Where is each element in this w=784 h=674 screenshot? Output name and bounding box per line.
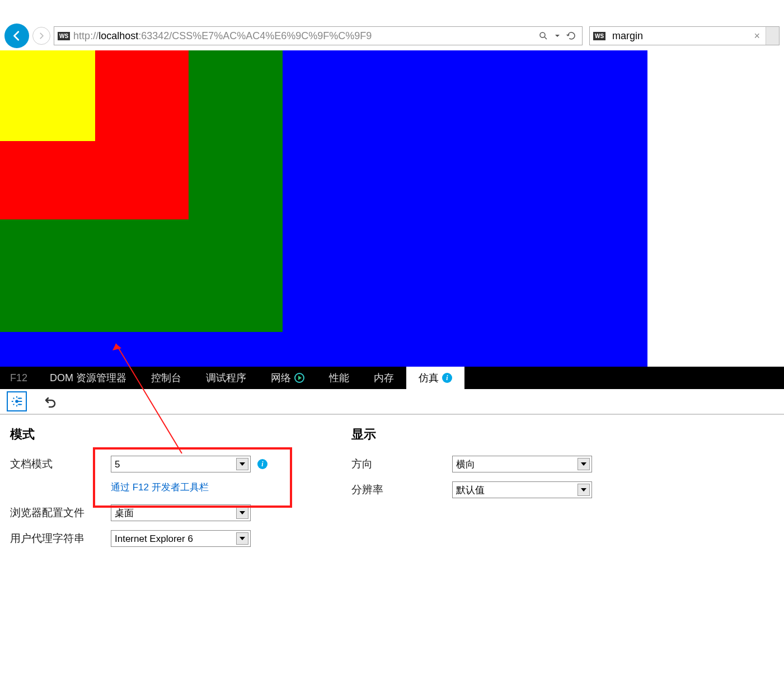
info-icon: i	[442, 373, 452, 383]
svg-line-1	[544, 37, 547, 39]
doc-mode-hint: 通过 F12 开发者工具栏	[111, 481, 267, 494]
browser-profile-label: 浏览器配置文件	[10, 505, 111, 520]
tab-emulation[interactable]: 仿真i	[406, 367, 464, 389]
info-icon[interactable]: i	[257, 459, 267, 469]
display-column: 显示 方向 横向 分辨率 默认值	[351, 426, 592, 555]
resolution-label: 分辨率	[351, 483, 452, 497]
yellow-box	[0, 50, 95, 141]
undo-button[interactable]	[44, 395, 57, 408]
tab-memory[interactable]: 内存	[362, 367, 406, 389]
ua-select[interactable]: Internet Explorer 6	[111, 530, 251, 547]
mode-column: 模式 文档模式 5 i 通过 F12 开发者工具栏 浏览器配置文件 桌面 用户代…	[10, 426, 267, 555]
page-viewport	[0, 50, 647, 367]
refresh-icon[interactable]	[566, 31, 576, 41]
tab-console[interactable]: 控制台	[139, 367, 194, 389]
url-text: http://localhost:63342/CSS%E7%AC%AC4%E6%…	[73, 30, 533, 42]
settings-button[interactable]	[7, 391, 27, 411]
address-bar[interactable]: WS http://localhost:63342/CSS%E7%AC%AC4%…	[54, 26, 583, 45]
tab-f12[interactable]: F12	[0, 367, 37, 389]
ws-badge-icon: WS	[58, 32, 70, 40]
svg-point-0	[540, 32, 545, 38]
tab-dom-explorer[interactable]: DOM 资源管理器	[37, 367, 139, 389]
display-heading: 显示	[351, 426, 592, 443]
emulation-panel: 模式 文档模式 5 i 通过 F12 开发者工具栏 浏览器配置文件 桌面 用户代…	[0, 415, 784, 567]
ws-badge-icon: WS	[593, 32, 605, 40]
ua-label: 用户代理字符串	[10, 531, 111, 546]
browser-nav-bar: WS http://localhost:63342/CSS%E7%AC%AC4%…	[0, 21, 784, 50]
direction-select[interactable]: 横向	[452, 456, 592, 472]
close-icon[interactable]: ×	[748, 30, 766, 42]
resolution-select[interactable]: 默认值	[452, 481, 592, 498]
forward-button[interactable]	[32, 27, 50, 45]
search-icon[interactable]	[538, 31, 548, 41]
tab-handle[interactable]	[766, 27, 779, 45]
tab-network[interactable]: 网络	[259, 367, 317, 389]
devtools-toolbar	[0, 389, 784, 415]
devtools-tabbar: F12 DOM 资源管理器 控制台 调试程序 网络 性能 内存 仿真i	[0, 367, 784, 389]
tab-title-box: WS margin ×	[589, 26, 780, 45]
back-button[interactable]	[4, 24, 29, 48]
tab-title: margin	[609, 30, 748, 42]
tab-performance[interactable]: 性能	[317, 367, 362, 389]
direction-label: 方向	[351, 457, 452, 471]
browser-profile-select[interactable]: 桌面	[111, 504, 251, 521]
play-icon	[294, 373, 304, 383]
dropdown-icon[interactable]	[554, 32, 561, 39]
doc-mode-label: 文档模式	[10, 457, 111, 471]
tab-debugger[interactable]: 调试程序	[194, 367, 259, 389]
mode-heading: 模式	[10, 426, 267, 443]
doc-mode-select[interactable]: 5	[111, 456, 251, 472]
